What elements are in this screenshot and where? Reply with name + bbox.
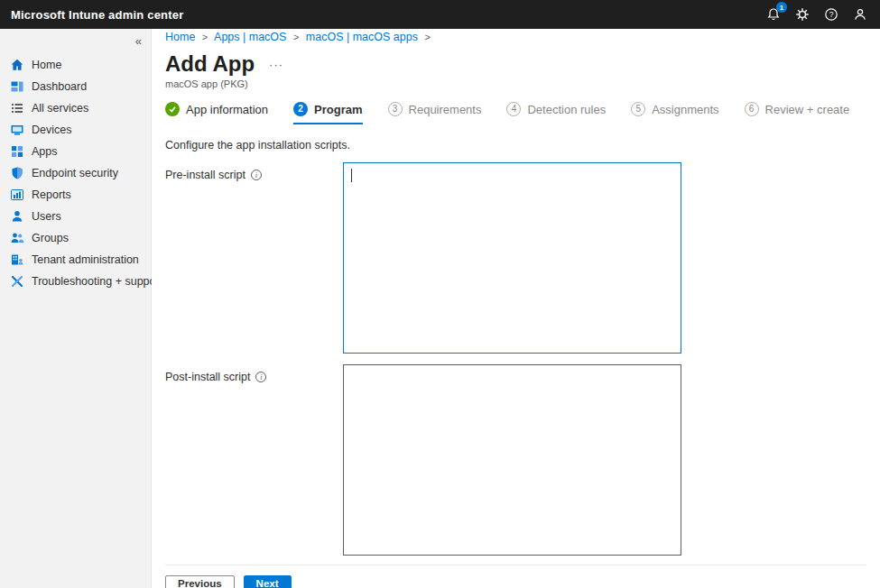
pre-install-script-input[interactable]: [343, 162, 681, 354]
step-detection-rules[interactable]: 4 Detection rules: [506, 102, 606, 124]
troubleshooting-icon: [10, 274, 24, 289]
groups-icon: [10, 231, 24, 245]
step-label: Requirements: [409, 103, 482, 116]
step-review-create[interactable]: 6 Review + create: [745, 102, 850, 124]
settings-button[interactable]: [795, 7, 810, 22]
step-number: 3: [388, 102, 403, 116]
pre-install-script-label: Pre-install script i: [165, 162, 343, 181]
step-number: 6: [745, 102, 759, 116]
reports-icon: [10, 188, 24, 202]
sidebar-item-label: Troubleshooting + support: [32, 275, 162, 288]
sidebar: « Home Dashboard: [0, 29, 152, 588]
sidebar-item-devices[interactable]: Devices: [0, 119, 151, 141]
step-label: Review + create: [765, 103, 850, 116]
home-icon: [10, 58, 24, 72]
page-title: Add App: [165, 52, 255, 76]
post-install-script-input[interactable]: [343, 364, 681, 556]
sidebar-item-tenant-administration[interactable]: Tenant administration: [0, 249, 151, 271]
sidebar-item-label: Users: [32, 210, 61, 223]
sidebar-item-label: Devices: [32, 124, 71, 136]
step-requirements[interactable]: 3 Requirements: [388, 102, 482, 124]
sidebar-item-dashboard[interactable]: Dashboard: [0, 76, 151, 97]
sidebar-item-home[interactable]: Home: [0, 54, 151, 76]
sidebar-item-reports[interactable]: Reports: [0, 184, 151, 206]
users-icon: [10, 209, 24, 224]
sidebar-item-label: Apps: [32, 145, 58, 158]
sidebar-item-label: Tenant administration: [32, 253, 139, 266]
sidebar-item-apps[interactable]: Apps: [0, 141, 151, 162]
step-number: 2: [293, 102, 308, 116]
step-assignments[interactable]: 5 Assignments: [631, 102, 718, 124]
step-app-information[interactable]: App information: [165, 102, 268, 124]
post-install-script-label: Post-install script i: [165, 364, 343, 383]
wizard-footer: Previous Next: [165, 565, 866, 588]
wizard-steps: App information 2 Program 3 Requirements…: [165, 102, 866, 124]
app-title: Microsoft Intune admin center: [11, 8, 183, 22]
sidebar-item-label: Groups: [32, 232, 69, 244]
apps-icon: [10, 144, 24, 159]
sidebar-item-label: Endpoint security: [32, 167, 118, 179]
breadcrumb-link-home[interactable]: Home: [165, 31, 195, 43]
tenant-administration-icon: [10, 253, 24, 267]
sidebar-item-label: Dashboard: [32, 80, 87, 93]
all-services-icon: [10, 101, 24, 115]
context-menu-button[interactable]: ···: [269, 58, 283, 71]
account-button[interactable]: [853, 7, 867, 22]
help-button[interactable]: ?: [824, 7, 838, 22]
help-icon: ?: [824, 7, 838, 22]
topbar-icons: 1 ?: [766, 7, 867, 22]
dashboard-icon: [10, 79, 24, 94]
svg-text:?: ?: [829, 10, 834, 19]
sidebar-item-label: Home: [32, 59, 61, 71]
gear-icon: [795, 7, 810, 22]
step-program[interactable]: 2 Program: [293, 102, 362, 124]
text-cursor: [351, 169, 352, 182]
main-content: Home > Apps | macOS > macOS | macOS apps…: [152, 29, 880, 588]
info-icon[interactable]: i: [255, 372, 266, 382]
endpoint-security-icon: [10, 166, 24, 180]
person-icon: [853, 7, 867, 22]
breadcrumb-separator: >: [199, 32, 211, 42]
previous-button[interactable]: Previous: [165, 575, 235, 588]
sidebar-item-troubleshooting[interactable]: Troubleshooting + support: [0, 271, 151, 292]
step-label: Program: [314, 103, 362, 116]
page-subtitle: macOS app (PKG): [165, 78, 866, 89]
sidebar-item-groups[interactable]: Groups: [0, 227, 151, 249]
devices-icon: [10, 123, 24, 137]
sidebar-collapse-button[interactable]: «: [135, 34, 142, 48]
next-button[interactable]: Next: [244, 575, 292, 588]
breadcrumb-link-macos-apps[interactable]: macOS | macOS apps: [306, 31, 418, 43]
notifications-button[interactable]: 1: [766, 7, 781, 22]
step-label: Assignments: [652, 103, 718, 116]
sidebar-item-label: All services: [32, 102, 88, 115]
breadcrumb: Home > Apps | macOS > macOS | macOS apps…: [165, 31, 866, 43]
sidebar-item-label: Reports: [32, 188, 71, 201]
breadcrumb-separator: >: [290, 32, 302, 42]
step-label: Detection rules: [527, 103, 606, 116]
check-icon: [165, 102, 180, 116]
step-number: 4: [506, 102, 521, 116]
sidebar-item-endpoint-security[interactable]: Endpoint security: [0, 162, 151, 184]
notification-badge: 1: [776, 2, 787, 13]
step-number: 5: [631, 102, 645, 116]
breadcrumb-separator: >: [421, 32, 433, 42]
info-icon[interactable]: i: [251, 170, 262, 180]
breadcrumb-link-apps-macos[interactable]: Apps | macOS: [214, 31, 286, 43]
sidebar-item-users[interactable]: Users: [0, 206, 151, 227]
top-bar: Microsoft Intune admin center 1: [0, 0, 880, 29]
form-description: Configure the app installation scripts.: [165, 139, 866, 152]
step-label: App information: [186, 103, 268, 116]
sidebar-item-all-services[interactable]: All services: [0, 97, 151, 119]
